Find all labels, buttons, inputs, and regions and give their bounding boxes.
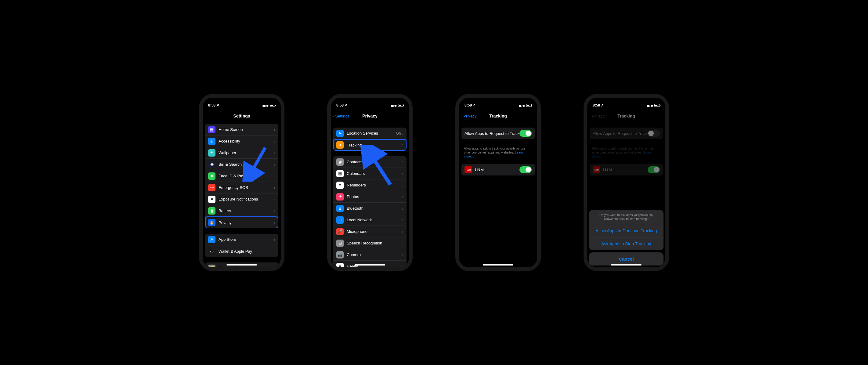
exposure-notifications-icon: ✹ [208,195,215,203]
app-store-icon: A [208,236,215,243]
privacy-icon: ✋ [208,219,215,226]
passwords-icon: 🔑 [208,265,215,268]
emergency-sos-icon: SOS [208,184,215,191]
battery-icon [654,104,660,107]
chevron-right-icon: › [274,150,275,155]
chevron-right-icon: › [274,237,275,242]
location-icon: ↗ [216,103,219,108]
settings-row[interactable]: ☻Face ID & Passcode› [205,170,278,182]
back-button[interactable]: ‹Privacy [462,114,476,118]
phone-tracking-on: 8:58↗ ‹Privacy Tracking Allow Apps to Re… [455,94,541,271]
row-label: Photos [347,194,402,199]
settings-row[interactable]: 🎤Microphone› [333,226,406,237]
row-label: Battery [219,208,274,213]
microphone-icon: 🎤 [336,228,344,235]
sheet-message: Do you want to ask apps you previously a… [589,210,663,224]
nav-bar: Settings [203,110,281,122]
chevron-right-icon: › [274,249,275,253]
settings-row[interactable]: ❀Wallpaper› [205,147,278,159]
settings-row[interactable]: ▮Battery› [205,205,278,217]
accessibility-icon: ♿︎ [208,138,215,145]
status-bar: 8:58↗ [331,98,409,110]
status-bar: 8:58↗ [459,98,537,110]
allow-continue-button[interactable]: Allow Apps to Continue Tracking [589,224,663,237]
row-value: On [396,131,401,135]
settings-row[interactable]: ♥Health› [333,261,406,267]
row-label: Local Network [347,218,402,222]
row-label: Tracking [347,143,402,147]
settings-row[interactable]: ▦Calendars› [333,168,406,179]
contacts-icon: ◉ [336,158,344,166]
allow-track-toggle[interactable] [520,130,532,137]
tracking-description: Allow apps to ask to track your activity… [459,145,537,162]
row-label: App Store [219,237,274,242]
bluetooth-icon: B [336,205,344,212]
row-label: Emergency SOS [219,185,274,190]
settings-row[interactable]: SOSEmergency SOS› [205,182,278,193]
status-time: 8:58 [208,103,215,108]
ask-stop-button[interactable]: Ask Apps to Stop Tracking [589,237,663,250]
chevron-right-icon: › [274,266,275,268]
settings-row[interactable]: ♿︎Accessibility› [205,135,278,147]
settings-row[interactable]: ◉Contacts› [333,156,406,168]
chevron-right-icon: › [402,183,403,188]
settings-row[interactable]: ⊕Local Network› [333,214,406,226]
signal-icon [647,104,649,107]
phone-settings: 8:58↗ Settings ▦Home Screen›♿︎Accessibil… [199,94,284,271]
row-label: Contacts [347,160,402,164]
settings-row[interactable]: 📷Camera› [333,249,406,261]
home-indicator[interactable] [226,264,257,266]
location-icon: ↗ [601,103,604,108]
location-services-icon: ➤ [336,130,344,137]
allow-track-row[interactable]: Allow Apps to Request to Track [462,128,535,139]
settings-row[interactable]: ≡Reminders› [333,179,406,191]
settings-group: ▦Home Screen›♿︎Accessibility›❀Wallpaper›… [205,124,278,228]
row-label: Accessibility [219,139,274,144]
settings-row[interactable]: AApp Store› [205,234,278,245]
settings-row[interactable]: ⊟Speech Recognition› [333,237,406,249]
battery-icon [526,104,532,107]
status-bar: 8:58↗ [587,98,665,110]
settings-row[interactable]: ✋Privacy› [205,217,278,228]
battery-icon [270,104,275,107]
status-time: 8:58 [465,103,472,108]
back-label: Settings [335,114,349,118]
settings-row[interactable]: ✹Exposure Notifications› [205,193,278,205]
settings-row[interactable]: ➤Location ServicesOn› [333,128,406,139]
photos-icon: ❀ [336,193,344,201]
chevron-left-icon: ‹ [462,114,463,118]
cancel-button[interactable]: Cancel [589,252,663,266]
settings-row[interactable]: ▭Wallet & Apple Pay› [205,245,278,257]
chevron-right-icon: › [402,206,403,211]
settings-group: AApp Store›▭Wallet & Apple Pay› [205,234,278,257]
app-toggle[interactable] [520,166,532,173]
wifi-icon [394,104,397,107]
settings-row[interactable]: ▦Home Screen› [205,124,278,135]
settings-row[interactable]: ➜Tracking› [333,139,406,151]
home-indicator[interactable] [355,264,385,266]
app-row-hm[interactable]: H&M H&M [462,164,535,176]
home-screen-icon: ▦ [208,126,215,133]
siri-search-icon: ◉ [208,161,215,168]
wifi-icon [651,104,653,107]
page-title: Privacy [362,114,377,118]
row-label: Passwords [219,266,274,267]
status-time: 8:58 [593,103,600,108]
back-button[interactable]: ‹Settings [333,114,349,118]
signal-icon [519,104,521,107]
calendars-icon: ▦ [336,170,344,177]
face-id-passcode-icon: ☻ [208,173,215,180]
settings-row[interactable]: ◉Siri & Search› [205,159,278,170]
home-indicator[interactable] [483,264,513,266]
chevron-right-icon: › [402,194,403,199]
signal-icon [391,104,393,107]
location-icon: ↗ [344,103,347,108]
settings-row[interactable]: BBluetooth› [333,203,406,214]
chevron-right-icon: › [274,220,275,225]
back-label: Privacy [463,114,476,118]
settings-group: ◉Contacts›▦Calendars›≡Reminders›❀Photos›… [333,156,406,267]
row-label: Location Services [347,131,396,135]
home-indicator[interactable] [611,264,642,266]
settings-row[interactable]: ❀Photos› [333,191,406,203]
chevron-right-icon: › [274,185,275,190]
